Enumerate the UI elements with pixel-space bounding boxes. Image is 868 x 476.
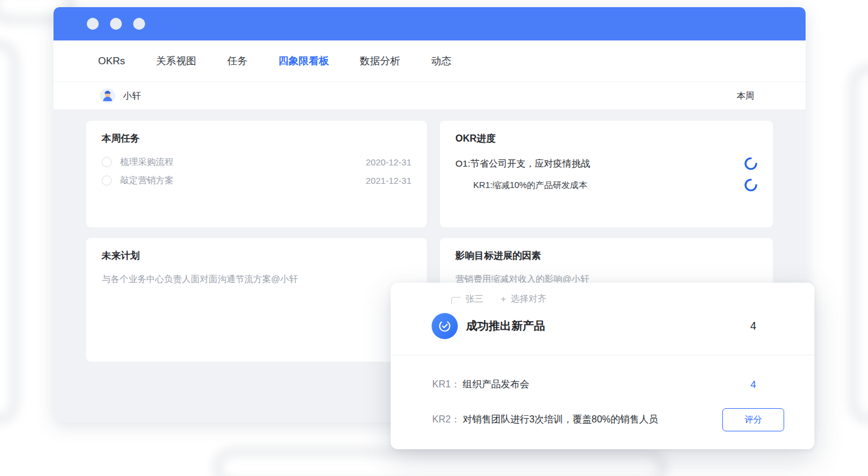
task-label: 敲定营销方案 [120,175,174,186]
objective-text: O1:节省公司开支，应对疫情挑战 [455,158,590,170]
select-align-label: 选择对齐 [511,293,546,305]
score-button[interactable]: 评分 [722,408,784,431]
kr-index-label: KR1： [432,378,460,391]
select-align-action[interactable]: ＋ 选择对齐 [499,293,546,305]
task-checkbox[interactable] [102,157,112,167]
objective-row: 成功推出新产品 4 [391,305,814,339]
objective-detail-card: 张三 ＋ 选择对齐 成功推出新产品 4 KR1： 组织产品发布会 4 KR2： … [391,283,814,449]
task-row[interactable]: 敲定营销方案 2021-12-31 [102,175,411,186]
task-due-date: 2020-12-31 [366,157,411,167]
align-connector-line [451,297,461,304]
user-bar: 小轩 本周 [54,82,806,109]
period-selector[interactable]: 本周 [737,90,754,102]
divider [391,355,814,355]
background-decoration [214,449,666,476]
task-checkbox[interactable] [102,176,112,186]
tab-relation-view[interactable]: 关系视图 [156,54,196,68]
key-result-row[interactable]: KR1:缩减10%的产品研发成本 [455,178,757,192]
future-plan-text: 与各个业务中心负责人面对面沟通节流方案@小轩 [102,273,411,286]
progress-spinner-icon [744,178,757,192]
card-okr-progress: OKR进度 O1:节省公司开支，应对疫情挑战 KR1:缩减10%的产品研发成本 [440,121,773,227]
window-control-icon[interactable] [110,18,122,30]
tab-tasks[interactable]: 任务 [227,54,247,68]
window-titlebar [54,7,806,40]
key-result-text: KR1:缩减10%的产品研发成本 [473,180,587,191]
objective-target-icon [432,313,458,339]
objective-title: 成功推出新产品 [466,318,545,334]
card-title: OKR进度 [455,133,757,145]
objective-row[interactable]: O1:节省公司开支，应对疫情挑战 [455,157,757,170]
background-decoration [0,42,18,422]
card-title: 本周任务 [102,133,411,145]
key-result-row: KR2： 对销售团队进行3次培训，覆盖80%的销售人员 评分 [391,402,814,437]
nav-tabs: OKRs 关系视图 任务 四象限看板 数据分析 动态 [54,40,806,82]
tab-activity[interactable]: 动态 [431,54,451,68]
user-name: 小轩 [123,90,141,102]
window-control-icon[interactable] [87,18,99,30]
user-avatar[interactable] [100,88,115,104]
key-result-row: KR1： 组织产品发布会 4 [391,367,814,402]
kr-score-value[interactable]: 4 [750,379,756,390]
tab-quadrant-board[interactable]: 四象限看板 [278,54,329,68]
card-title: 影响目标进展的因素 [455,250,757,262]
card-week-tasks: 本周任务 梳理采购流程 2020-12-31 敲定营销方案 2021-12-31 [86,121,427,227]
tab-data-analysis[interactable]: 数据分析 [360,54,400,68]
tab-okrs[interactable]: OKRs [98,55,125,67]
background-decoration [850,65,868,422]
aligned-owner-tag[interactable]: 张三 [466,293,483,305]
progress-spinner-icon [744,157,757,170]
window-control-icon[interactable] [133,18,145,30]
task-due-date: 2021-12-31 [366,176,411,186]
kr-index-label: KR2： [432,414,460,426]
kr-text: 对销售团队进行3次培训，覆盖80%的销售人员 [463,414,658,426]
task-row[interactable]: 梳理采购流程 2020-12-31 [102,156,411,168]
kr-text: 组织产品发布会 [463,378,529,391]
objective-score: 4 [750,320,756,332]
plus-icon: ＋ [499,293,508,305]
card-title: 未来计划 [102,250,411,262]
card-future-plans: 未来计划 与各个业务中心负责人面对面沟通节流方案@小轩 [86,238,427,362]
task-label: 梳理采购流程 [120,156,174,168]
